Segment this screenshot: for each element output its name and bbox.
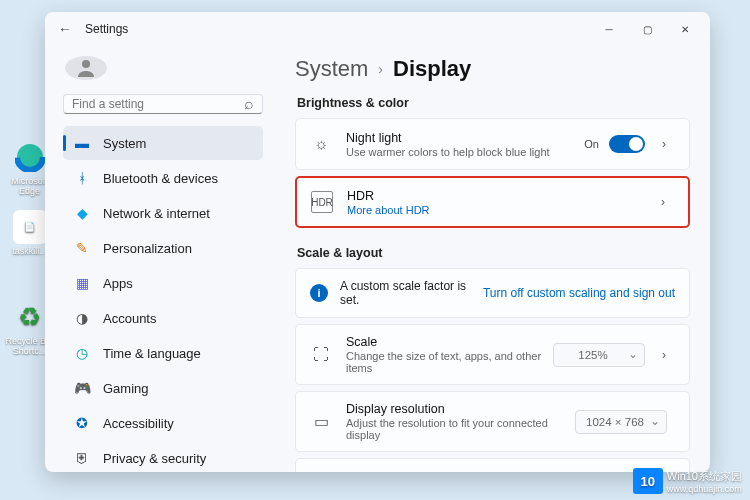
resolution-title: Display resolution — [346, 402, 575, 416]
maximize-button[interactable]: ▢ — [628, 15, 666, 43]
nav-accessibility[interactable]: ✪Accessibility — [63, 406, 263, 440]
chevron-right-icon: › — [378, 61, 383, 77]
scale-icon: ⛶ — [310, 344, 332, 366]
chevron-right-icon: › — [652, 195, 674, 209]
info-icon: i — [310, 284, 328, 302]
accounts-icon: ◑ — [73, 309, 91, 327]
nav-system[interactable]: ▬System — [63, 126, 263, 160]
edge-icon — [13, 140, 47, 174]
breadcrumb-current: Display — [393, 56, 471, 82]
brush-icon: ✎ — [73, 239, 91, 257]
titlebar: ← Settings ─ ▢ ✕ — [45, 12, 710, 46]
resolution-icon: ▭ — [310, 411, 332, 433]
watermark: 10 Win10系统家园 www.qdhuajin.com — [633, 468, 742, 494]
hdr-icon: HDR — [311, 191, 333, 213]
apps-icon: ▦ — [73, 274, 91, 292]
scale-warning: i A custom scale factor is set. Turn off… — [295, 268, 690, 318]
breadcrumb: System › Display — [295, 56, 690, 82]
nav-apps[interactable]: ▦Apps — [63, 266, 263, 300]
scale-warning-text: A custom scale factor is set. — [340, 279, 483, 307]
section-scale: Scale & layout — [297, 246, 690, 260]
file-icon: 📄 — [13, 210, 47, 244]
search-box[interactable]: ⌕ — [63, 94, 263, 114]
avatar[interactable] — [65, 56, 107, 80]
scale-sub: Change the size of text, apps, and other… — [346, 350, 553, 374]
nav-network[interactable]: ◆Network & internet — [63, 196, 263, 230]
hdr-link[interactable]: More about HDR — [347, 204, 652, 216]
nav-accounts[interactable]: ◑Accounts — [63, 301, 263, 335]
nightlight-title: Night light — [346, 131, 584, 145]
close-button[interactable]: ✕ — [666, 15, 704, 43]
minimize-button[interactable]: ─ — [590, 15, 628, 43]
main-content: System › Display Brightness & color ☼ Ni… — [275, 46, 710, 472]
scale-dropdown[interactable]: 125% — [553, 343, 645, 367]
scale-title: Scale — [346, 335, 553, 349]
window-title: Settings — [85, 22, 128, 36]
nightlight-state: On — [584, 138, 599, 150]
orientation-row[interactable]: ◫ Display orientation Landscape — [295, 458, 690, 472]
breadcrumb-parent[interactable]: System — [295, 56, 368, 82]
nightlight-sub: Use warmer colors to help block blue lig… — [346, 146, 584, 158]
nav-time[interactable]: ◷Time & language — [63, 336, 263, 370]
search-icon: ⌕ — [244, 95, 254, 113]
nav-gaming[interactable]: 🎮Gaming — [63, 371, 263, 405]
hdr-row[interactable]: HDR HDR More about HDR › — [295, 176, 690, 228]
chevron-right-icon: › — [653, 137, 675, 151]
scale-row[interactable]: ⛶ Scale Change the size of text, apps, a… — [295, 324, 690, 385]
watermark-brand: Win10系统家园 — [667, 469, 742, 484]
settings-window: ← Settings ─ ▢ ✕ ⌕ ▬System ᚼBluetooth & … — [45, 12, 710, 472]
svg-point-2 — [82, 60, 90, 68]
nav-personalization[interactable]: ✎Personalization — [63, 231, 263, 265]
resolution-dropdown[interactable]: 1024 × 768 — [575, 410, 667, 434]
back-button[interactable]: ← — [51, 15, 79, 43]
chevron-right-icon: › — [653, 348, 675, 362]
resolution-row[interactable]: ▭ Display resolution Adjust the resoluti… — [295, 391, 690, 452]
search-input[interactable] — [72, 97, 244, 111]
resolution-sub: Adjust the resolution to fit your connec… — [346, 417, 575, 441]
recycle-icon: ♻ — [13, 300, 47, 334]
nightlight-icon: ☼ — [310, 133, 332, 155]
bluetooth-icon: ᚼ — [73, 169, 91, 187]
wifi-icon: ◆ — [73, 204, 91, 222]
accessibility-icon: ✪ — [73, 414, 91, 432]
hdr-title: HDR — [347, 189, 652, 203]
scale-warning-link[interactable]: Turn off custom scaling and sign out — [483, 286, 675, 300]
sidebar: ⌕ ▬System ᚼBluetooth & devices ◆Network … — [45, 46, 275, 472]
watermark-url: www.qdhuajin.com — [667, 484, 742, 494]
shield-icon: ⛨ — [73, 449, 91, 467]
nightlight-toggle[interactable] — [609, 135, 645, 153]
nightlight-row[interactable]: ☼ Night light Use warmer colors to help … — [295, 118, 690, 170]
system-icon: ▬ — [73, 134, 91, 152]
time-icon: ◷ — [73, 344, 91, 362]
watermark-logo: 10 — [633, 468, 663, 494]
nav-bluetooth[interactable]: ᚼBluetooth & devices — [63, 161, 263, 195]
nav-privacy[interactable]: ⛨Privacy & security — [63, 441, 263, 472]
gaming-icon: 🎮 — [73, 379, 91, 397]
section-brightness: Brightness & color — [297, 96, 690, 110]
